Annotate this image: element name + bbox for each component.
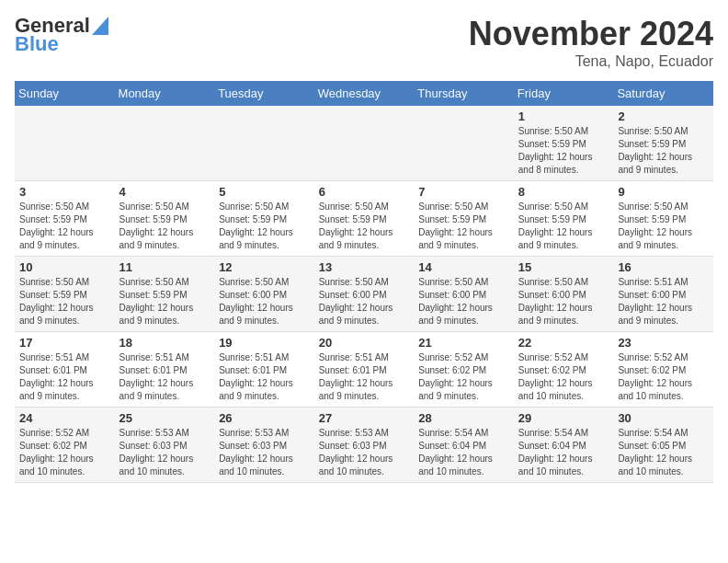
calendar-cell: 19Sunrise: 5:51 AM Sunset: 6:01 PM Dayli… (214, 332, 314, 408)
weekday-header-saturday: Saturday (613, 81, 713, 106)
weekday-header-sunday: Sunday (15, 81, 115, 106)
calendar-cell: 6Sunrise: 5:50 AM Sunset: 5:59 PM Daylig… (314, 181, 415, 257)
day-number: 8 (518, 185, 609, 199)
page-header: General Blue November 2024 Tena, Napo, E… (15, 15, 713, 70)
day-info: Sunrise: 5:50 AM Sunset: 6:00 PM Dayligh… (319, 276, 410, 327)
day-number: 20 (319, 336, 410, 350)
calendar-cell: 23Sunrise: 5:52 AM Sunset: 6:02 PM Dayli… (613, 332, 713, 408)
day-number: 15 (518, 260, 609, 274)
weekday-header-thursday: Thursday (414, 81, 514, 106)
calendar-week-row: 17Sunrise: 5:51 AM Sunset: 6:01 PM Dayli… (15, 332, 713, 408)
calendar-cell: 26Sunrise: 5:53 AM Sunset: 6:03 PM Dayli… (214, 408, 314, 483)
logo-text-blue: Blue (15, 33, 59, 55)
day-info: Sunrise: 5:52 AM Sunset: 6:02 PM Dayligh… (518, 351, 609, 403)
calendar-cell: 22Sunrise: 5:52 AM Sunset: 6:02 PM Dayli… (514, 332, 614, 408)
calendar-cell: 3Sunrise: 5:50 AM Sunset: 5:59 PM Daylig… (15, 181, 115, 257)
day-info: Sunrise: 5:50 AM Sunset: 5:59 PM Dayligh… (19, 276, 110, 327)
calendar-cell: 11Sunrise: 5:50 AM Sunset: 5:59 PM Dayli… (115, 257, 215, 332)
day-number: 11 (119, 260, 210, 274)
day-info: Sunrise: 5:53 AM Sunset: 6:03 PM Dayligh… (319, 427, 410, 478)
calendar-header: SundayMondayTuesdayWednesdayThursdayFrid… (15, 81, 713, 106)
day-number: 16 (618, 260, 709, 274)
day-number: 18 (119, 336, 210, 350)
calendar-cell: 21Sunrise: 5:52 AM Sunset: 6:02 PM Dayli… (414, 332, 514, 408)
day-info: Sunrise: 5:53 AM Sunset: 6:03 PM Dayligh… (219, 427, 310, 478)
day-number: 30 (618, 411, 709, 425)
day-info: Sunrise: 5:53 AM Sunset: 6:03 PM Dayligh… (119, 427, 210, 478)
day-info: Sunrise: 5:50 AM Sunset: 5:59 PM Dayligh… (618, 201, 709, 252)
day-info: Sunrise: 5:50 AM Sunset: 6:00 PM Dayligh… (518, 276, 609, 327)
calendar-cell: 24Sunrise: 5:52 AM Sunset: 6:02 PM Dayli… (15, 408, 115, 483)
logo: General Blue (15, 15, 108, 55)
day-info: Sunrise: 5:50 AM Sunset: 5:59 PM Dayligh… (19, 201, 110, 252)
calendar-week-row: 10Sunrise: 5:50 AM Sunset: 5:59 PM Dayli… (15, 257, 713, 332)
day-number: 12 (219, 260, 310, 274)
calendar-cell: 25Sunrise: 5:53 AM Sunset: 6:03 PM Dayli… (115, 408, 215, 483)
day-number: 5 (219, 185, 310, 199)
day-info: Sunrise: 5:51 AM Sunset: 6:00 PM Dayligh… (618, 276, 709, 327)
svg-marker-0 (92, 17, 108, 35)
day-number: 23 (618, 336, 709, 350)
day-number: 27 (319, 411, 410, 425)
day-info: Sunrise: 5:51 AM Sunset: 6:01 PM Dayligh… (19, 351, 110, 403)
day-info: Sunrise: 5:50 AM Sunset: 5:59 PM Dayligh… (319, 201, 410, 252)
calendar-week-row: 3Sunrise: 5:50 AM Sunset: 5:59 PM Daylig… (15, 181, 713, 257)
calendar-cell: 4Sunrise: 5:50 AM Sunset: 5:59 PM Daylig… (115, 181, 215, 257)
day-number: 25 (119, 411, 210, 425)
calendar-cell (214, 106, 314, 181)
calendar-cell: 16Sunrise: 5:51 AM Sunset: 6:00 PM Dayli… (613, 257, 713, 332)
calendar-cell: 20Sunrise: 5:51 AM Sunset: 6:01 PM Dayli… (314, 332, 415, 408)
day-info: Sunrise: 5:52 AM Sunset: 6:02 PM Dayligh… (618, 351, 709, 403)
day-number: 13 (319, 260, 410, 274)
day-info: Sunrise: 5:54 AM Sunset: 6:04 PM Dayligh… (518, 427, 609, 478)
calendar-cell: 10Sunrise: 5:50 AM Sunset: 5:59 PM Dayli… (15, 257, 115, 332)
day-number: 24 (19, 411, 110, 425)
day-number: 3 (19, 185, 110, 199)
weekday-header-monday: Monday (115, 81, 215, 106)
weekday-header-friday: Friday (514, 81, 614, 106)
title-block: November 2024 Tena, Napo, Ecuador (469, 15, 713, 70)
calendar-cell: 30Sunrise: 5:54 AM Sunset: 6:05 PM Dayli… (613, 408, 713, 483)
day-number: 17 (19, 336, 110, 350)
day-info: Sunrise: 5:50 AM Sunset: 5:59 PM Dayligh… (418, 201, 509, 252)
day-number: 10 (19, 260, 110, 274)
day-info: Sunrise: 5:50 AM Sunset: 5:59 PM Dayligh… (119, 276, 210, 327)
day-info: Sunrise: 5:50 AM Sunset: 6:00 PM Dayligh… (418, 276, 509, 327)
calendar-cell: 17Sunrise: 5:51 AM Sunset: 6:01 PM Dayli… (15, 332, 115, 408)
day-number: 9 (618, 185, 709, 199)
calendar-cell: 5Sunrise: 5:50 AM Sunset: 5:59 PM Daylig… (214, 181, 314, 257)
calendar-week-row: 1Sunrise: 5:50 AM Sunset: 5:59 PM Daylig… (15, 106, 713, 181)
calendar-cell: 7Sunrise: 5:50 AM Sunset: 5:59 PM Daylig… (414, 181, 514, 257)
calendar-cell: 15Sunrise: 5:50 AM Sunset: 6:00 PM Dayli… (514, 257, 614, 332)
day-number: 1 (518, 109, 609, 123)
day-info: Sunrise: 5:51 AM Sunset: 6:01 PM Dayligh… (219, 351, 310, 403)
day-number: 28 (418, 411, 509, 425)
calendar-cell (15, 106, 115, 181)
calendar-cell: 8Sunrise: 5:50 AM Sunset: 5:59 PM Daylig… (514, 181, 614, 257)
calendar-cell (414, 106, 514, 181)
logo-arrow-icon (92, 17, 108, 35)
day-info: Sunrise: 5:51 AM Sunset: 6:01 PM Dayligh… (119, 351, 210, 403)
calendar-cell: 2Sunrise: 5:50 AM Sunset: 5:59 PM Daylig… (613, 106, 713, 181)
day-number: 4 (119, 185, 210, 199)
calendar-cell: 28Sunrise: 5:54 AM Sunset: 6:04 PM Dayli… (414, 408, 514, 483)
calendar-cell: 12Sunrise: 5:50 AM Sunset: 6:00 PM Dayli… (214, 257, 314, 332)
day-info: Sunrise: 5:50 AM Sunset: 5:59 PM Dayligh… (618, 125, 709, 177)
month-title: November 2024 (469, 15, 713, 53)
day-number: 29 (518, 411, 609, 425)
day-number: 26 (219, 411, 310, 425)
day-info: Sunrise: 5:54 AM Sunset: 6:05 PM Dayligh… (618, 427, 709, 478)
location-subtitle: Tena, Napo, Ecuador (469, 53, 713, 70)
calendar-cell: 14Sunrise: 5:50 AM Sunset: 6:00 PM Dayli… (414, 257, 514, 332)
day-info: Sunrise: 5:50 AM Sunset: 5:59 PM Dayligh… (219, 201, 310, 252)
weekday-header-wednesday: Wednesday (314, 81, 415, 106)
calendar-table: SundayMondayTuesdayWednesdayThursdayFrid… (15, 81, 713, 483)
calendar-cell: 13Sunrise: 5:50 AM Sunset: 6:00 PM Dayli… (314, 257, 415, 332)
day-info: Sunrise: 5:52 AM Sunset: 6:02 PM Dayligh… (418, 351, 509, 403)
calendar-cell: 27Sunrise: 5:53 AM Sunset: 6:03 PM Dayli… (314, 408, 415, 483)
day-info: Sunrise: 5:51 AM Sunset: 6:01 PM Dayligh… (319, 351, 410, 403)
calendar-cell: 18Sunrise: 5:51 AM Sunset: 6:01 PM Dayli… (115, 332, 215, 408)
calendar-week-row: 24Sunrise: 5:52 AM Sunset: 6:02 PM Dayli… (15, 408, 713, 483)
calendar-cell: 1Sunrise: 5:50 AM Sunset: 5:59 PM Daylig… (514, 106, 614, 181)
weekday-header-tuesday: Tuesday (214, 81, 314, 106)
